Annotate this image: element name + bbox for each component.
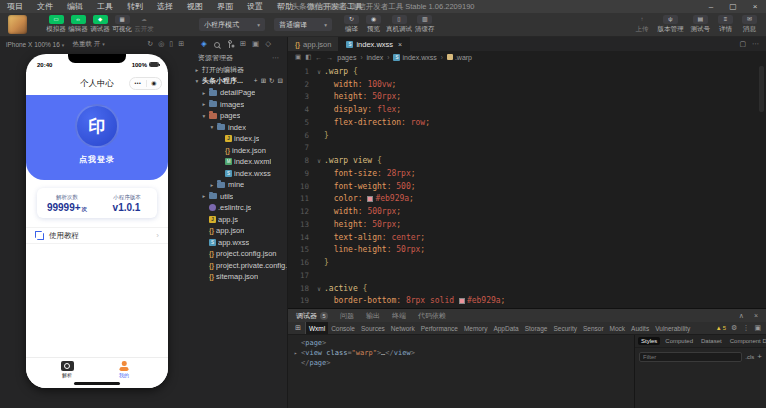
code-line[interactable]: 16 } [288, 256, 766, 269]
message-button[interactable]: ✉ 消息 [741, 15, 758, 34]
tree-item[interactable]: ▾ index [190, 122, 287, 134]
close-button[interactable]: × [744, 0, 766, 13]
menu-item[interactable]: 界面 [210, 0, 240, 13]
code-line[interactable]: 4 display: flex; [288, 103, 766, 116]
new-file-icon[interactable]: + [254, 77, 258, 85]
tree-item[interactable]: S app.wxss [190, 237, 287, 249]
tree-item[interactable]: ▸ images [190, 99, 287, 111]
window-icon[interactable]: ▣ [252, 37, 259, 51]
project-root[interactable]: ▾ 头条小程序... +⊞↻⊟ [190, 75, 287, 86]
devtools-tab-storage[interactable]: Storage [522, 322, 551, 334]
devtools-tab-appdata[interactable]: AppData [490, 322, 521, 334]
wxml-tree[interactable]: <page> ▸<view class="warp">…</view> </pa… [288, 335, 634, 408]
menu-item[interactable]: 项目 [0, 0, 30, 13]
compile-mode-dropdown[interactable]: 普通编译 ▾ [274, 18, 332, 31]
devtools-tab-sensor[interactable]: Sensor [580, 322, 607, 334]
styles-tab-styles[interactable]: Styles [638, 337, 660, 345]
code-editor[interactable]: 1 ∨ .warp { 2 width: 100vw; 3 height: 50… [288, 63, 766, 308]
code-line[interactable]: 6 } [288, 129, 766, 142]
back-icon[interactable]: ← [315, 54, 322, 61]
expand-icon[interactable]: ▸ [294, 348, 301, 358]
code-line[interactable]: 17 [288, 269, 766, 282]
code-line[interactable]: 2 width: 100vw; [288, 78, 766, 91]
toggle-debugger[interactable]: ◆ 调试器 [89, 15, 111, 34]
mode-dropdown[interactable]: 小程序模式 ▾ [199, 18, 265, 31]
devtools-tab-console[interactable]: Console [328, 322, 358, 334]
add-style-icon[interactable]: + [757, 352, 762, 362]
wxml-node[interactable]: <page> [294, 338, 628, 348]
devtools-tab-audits[interactable]: Audits [628, 322, 652, 334]
styles-tab-component-data[interactable]: Component Data [727, 337, 766, 345]
tree-item[interactable]: S index.wxss [190, 168, 287, 180]
fold-icon[interactable]: ∨ [314, 68, 324, 75]
grid-icon[interactable]: ⊞ [240, 37, 246, 51]
code-line[interactable]: 12 width: 500rpx; [288, 205, 766, 218]
multi-window-icon[interactable]: ⊞ [178, 37, 184, 51]
menu-item[interactable]: 编辑 [60, 0, 90, 13]
tabbar-item-mine[interactable]: 我的 [115, 361, 134, 378]
menu-item[interactable]: 工具 [90, 0, 120, 13]
search-icon[interactable] [213, 40, 221, 49]
tree-item[interactable]: ▸ utils [190, 191, 287, 203]
tree-item[interactable]: ▾ pages [190, 110, 287, 122]
exit-icon[interactable]: ◉ [151, 77, 156, 90]
debugger-panel-tab[interactable]: 调试器5 [296, 311, 328, 321]
debugger-panel-tab[interactable]: 代码依赖 [418, 311, 446, 321]
tree-item[interactable]: ▸ detailPage [190, 87, 287, 99]
preview-button[interactable]: ◉ 预览 [364, 15, 383, 34]
close-tab-icon[interactable]: × [398, 41, 402, 48]
device-debug-button[interactable]: ▯ 真机调试 [386, 15, 412, 34]
refresh-icon[interactable]: ↻ [269, 77, 274, 85]
toggle-cloud[interactable]: ☁ 云开发 [133, 15, 155, 34]
code-line[interactable]: 5 flex-direction: row; [288, 116, 766, 129]
breadcrumb-item[interactable]: pages [337, 54, 356, 61]
menu-item[interactable]: 帮助 [270, 0, 300, 13]
warning-badge[interactable]: ▲5 [716, 325, 726, 331]
plugin-icon[interactable]: ◇ [265, 37, 271, 51]
devtools-tab-sources[interactable]: Sources [358, 322, 388, 334]
toggle-editor[interactable]: ‹› 编辑器 [67, 15, 89, 34]
explorer-compass-icon[interactable]: ◈ [201, 37, 207, 51]
bookmark-icon[interactable]: ◧ [305, 53, 311, 61]
tree-item[interactable]: {} index.json [190, 145, 287, 157]
login-button[interactable]: 点我登录 [79, 154, 115, 165]
test-account-button[interactable]: ▤ 测试号 [691, 15, 711, 34]
code-line[interactable]: 1 ∨ .warp { [288, 65, 766, 78]
minimize-button[interactable]: – [700, 0, 722, 13]
devtools-tab-security[interactable]: Security [550, 322, 579, 334]
styles-tab-computed[interactable]: Computed [662, 337, 696, 345]
more-icon[interactable]: ⋯ [272, 54, 279, 62]
code-line[interactable]: 19 border-bottom: 8rpx solid #eb929a; [288, 295, 766, 308]
tree-item[interactable]: {} project.private.config.js... [190, 260, 287, 272]
tree-item[interactable]: ▸ mine [190, 179, 287, 191]
gear-icon[interactable]: ⚙ [731, 324, 737, 332]
devtools-tab-performance[interactable]: Performance [418, 322, 461, 334]
wxml-node[interactable]: </page> [294, 358, 628, 368]
collapse-icon[interactable]: ⊟ [278, 77, 283, 85]
debugger-panel-tab[interactable]: 终端 [392, 311, 406, 321]
collapse-panel-icon[interactable]: ∧ [739, 312, 744, 320]
maximize-button[interactable]: ▢ [722, 0, 744, 13]
kebab-menu-icon[interactable]: ⋮ [742, 324, 749, 332]
debugger-panel-tab[interactable]: 输出 [366, 311, 380, 321]
user-avatar[interactable] [8, 15, 27, 34]
fold-icon[interactable]: ∨ [314, 157, 324, 164]
version-manage-button[interactable]: ψ 版本管理 [658, 15, 684, 34]
code-line[interactable]: 10 font-weight: 500; [288, 180, 766, 193]
tree-item[interactable]: .eslintrc.js [190, 202, 287, 214]
menu-item[interactable]: 选择 [150, 0, 180, 13]
breadcrumb-item[interactable]: index [367, 54, 384, 61]
more-actions-icon[interactable]: ⋯ [752, 40, 759, 48]
code-line[interactable]: 14 text-align: center; [288, 231, 766, 244]
code-line[interactable]: 3 height: 50rpx; [288, 91, 766, 104]
more-icon[interactable]: ••• [134, 77, 141, 90]
code-line[interactable]: 18 ∨ .active { [288, 282, 766, 295]
devtools-tab-wxml[interactable]: Wxml [306, 322, 328, 334]
editor-tab[interactable]: Sindex.wxss × [339, 37, 410, 51]
split-editor-icon[interactable]: ▢ [739, 40, 746, 48]
details-button[interactable]: ≡ 详情 [717, 15, 734, 34]
debugger-panel-tab[interactable]: 问题 [340, 311, 354, 321]
upload-button[interactable]: ↑ 上传 [634, 15, 651, 34]
filter-input[interactable]: Filter [639, 352, 742, 362]
code-line[interactable]: 15 line-height: 50rpx; [288, 244, 766, 257]
